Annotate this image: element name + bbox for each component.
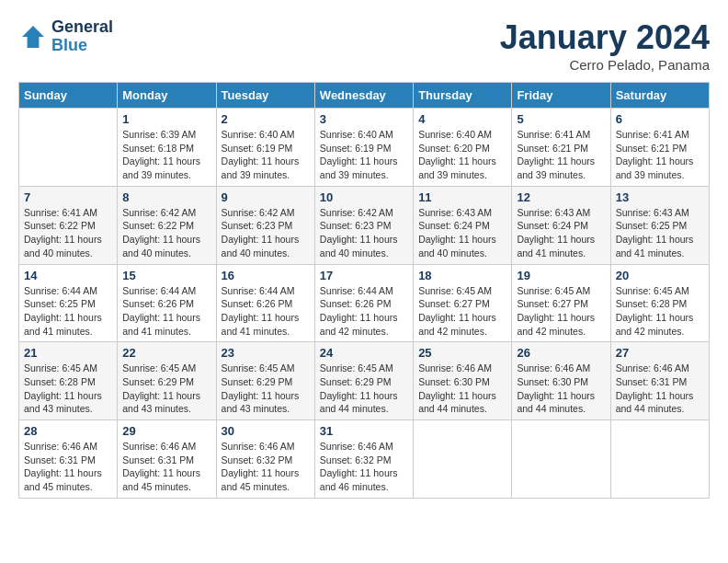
calendar-cell: 3Sunrise: 6:40 AMSunset: 6:19 PMDaylight… bbox=[314, 109, 413, 187]
day-number: 27 bbox=[616, 346, 704, 360]
header-wednesday: Wednesday bbox=[314, 83, 413, 109]
cell-info: Sunrise: 6:42 AMSunset: 6:23 PMDaylight:… bbox=[320, 206, 408, 260]
calendar-cell: 29Sunrise: 6:46 AMSunset: 6:31 PMDayligh… bbox=[118, 420, 216, 499]
calendar-cell: 22Sunrise: 6:45 AMSunset: 6:29 PMDayligh… bbox=[118, 342, 216, 420]
header-monday: Monday bbox=[118, 83, 216, 109]
cell-info: Sunrise: 6:42 AMSunset: 6:22 PMDaylight:… bbox=[122, 206, 210, 260]
logo-line1: General bbox=[51, 18, 113, 37]
location-title: Cerro Pelado, Panama bbox=[500, 57, 710, 73]
calendar-cell: 18Sunrise: 6:45 AMSunset: 6:27 PMDayligh… bbox=[414, 264, 512, 342]
logo-text: General Blue bbox=[51, 18, 113, 55]
day-number: 1 bbox=[122, 112, 210, 126]
calendar-cell bbox=[414, 420, 512, 499]
day-number: 21 bbox=[24, 346, 112, 360]
day-number: 7 bbox=[24, 190, 112, 204]
logo: General Blue bbox=[18, 18, 113, 55]
calendar-cell: 4Sunrise: 6:40 AMSunset: 6:20 PMDaylight… bbox=[414, 109, 512, 187]
cell-info: Sunrise: 6:43 AMSunset: 6:24 PMDaylight:… bbox=[517, 206, 605, 260]
day-number: 28 bbox=[24, 424, 112, 438]
calendar-cell: 13Sunrise: 6:43 AMSunset: 6:25 PMDayligh… bbox=[610, 186, 709, 264]
calendar-cell: 21Sunrise: 6:45 AMSunset: 6:28 PMDayligh… bbox=[19, 342, 118, 420]
calendar-cell bbox=[512, 420, 610, 499]
cell-info: Sunrise: 6:40 AMSunset: 6:19 PMDaylight:… bbox=[320, 128, 408, 182]
cell-info: Sunrise: 6:39 AMSunset: 6:18 PMDaylight:… bbox=[122, 128, 210, 182]
day-number: 11 bbox=[418, 190, 506, 204]
header-tuesday: Tuesday bbox=[216, 83, 314, 109]
header-thursday: Thursday bbox=[414, 83, 512, 109]
calendar-cell: 14Sunrise: 6:44 AMSunset: 6:25 PMDayligh… bbox=[19, 264, 118, 342]
logo-line2: Blue bbox=[51, 37, 113, 55]
cell-info: Sunrise: 6:44 AMSunset: 6:26 PMDaylight:… bbox=[222, 284, 310, 339]
day-number: 17 bbox=[320, 269, 408, 282]
cell-info: Sunrise: 6:41 AMSunset: 6:22 PMDaylight:… bbox=[24, 206, 112, 260]
calendar-cell: 19Sunrise: 6:45 AMSunset: 6:27 PMDayligh… bbox=[512, 264, 610, 342]
cell-info: Sunrise: 6:46 AMSunset: 6:31 PMDaylight:… bbox=[122, 440, 210, 494]
calendar-cell: 31Sunrise: 6:46 AMSunset: 6:32 PMDayligh… bbox=[314, 420, 413, 499]
calendar-cell: 1Sunrise: 6:39 AMSunset: 6:18 PMDaylight… bbox=[118, 109, 216, 187]
title-area: January 2024 Cerro Pelado, Panama bbox=[500, 18, 710, 73]
cell-info: Sunrise: 6:40 AMSunset: 6:19 PMDaylight:… bbox=[222, 128, 310, 182]
day-number: 29 bbox=[122, 424, 210, 438]
calendar-cell: 20Sunrise: 6:45 AMSunset: 6:28 PMDayligh… bbox=[610, 264, 709, 342]
calendar-cell: 24Sunrise: 6:45 AMSunset: 6:29 PMDayligh… bbox=[314, 342, 413, 420]
calendar-cell: 9Sunrise: 6:42 AMSunset: 6:23 PMDaylight… bbox=[216, 186, 314, 264]
calendar-cell: 6Sunrise: 6:41 AMSunset: 6:21 PMDaylight… bbox=[610, 109, 709, 187]
calendar-cell: 15Sunrise: 6:44 AMSunset: 6:26 PMDayligh… bbox=[118, 264, 216, 342]
day-number: 9 bbox=[222, 190, 310, 204]
calendar-week-1: 7Sunrise: 6:41 AMSunset: 6:22 PMDaylight… bbox=[19, 186, 710, 264]
day-number: 19 bbox=[517, 269, 605, 282]
day-number: 26 bbox=[517, 346, 605, 360]
calendar-week-3: 21Sunrise: 6:45 AMSunset: 6:28 PMDayligh… bbox=[19, 342, 710, 420]
month-title: January 2024 bbox=[500, 18, 710, 57]
cell-info: Sunrise: 6:45 AMSunset: 6:29 PMDaylight:… bbox=[222, 362, 310, 416]
cell-info: Sunrise: 6:43 AMSunset: 6:24 PMDaylight:… bbox=[418, 206, 506, 260]
day-number: 16 bbox=[222, 269, 310, 282]
cell-info: Sunrise: 6:45 AMSunset: 6:28 PMDaylight:… bbox=[616, 284, 704, 339]
calendar-cell: 17Sunrise: 6:44 AMSunset: 6:26 PMDayligh… bbox=[314, 264, 413, 342]
header-saturday: Saturday bbox=[610, 83, 709, 109]
header: General Blue January 2024 Cerro Pelado, … bbox=[18, 18, 710, 73]
calendar-cell: 23Sunrise: 6:45 AMSunset: 6:29 PMDayligh… bbox=[216, 342, 314, 420]
cell-info: Sunrise: 6:46 AMSunset: 6:31 PMDaylight:… bbox=[616, 362, 704, 416]
day-number: 15 bbox=[122, 269, 210, 282]
cell-info: Sunrise: 6:44 AMSunset: 6:26 PMDaylight:… bbox=[320, 284, 408, 339]
cell-info: Sunrise: 6:45 AMSunset: 6:27 PMDaylight:… bbox=[517, 284, 605, 339]
calendar-week-0: 1Sunrise: 6:39 AMSunset: 6:18 PMDaylight… bbox=[19, 109, 710, 187]
calendar-cell: 16Sunrise: 6:44 AMSunset: 6:26 PMDayligh… bbox=[216, 264, 314, 342]
calendar-cell: 11Sunrise: 6:43 AMSunset: 6:24 PMDayligh… bbox=[414, 186, 512, 264]
cell-info: Sunrise: 6:44 AMSunset: 6:26 PMDaylight:… bbox=[122, 284, 210, 339]
cell-info: Sunrise: 6:46 AMSunset: 6:30 PMDaylight:… bbox=[418, 362, 506, 416]
calendar-table: SundayMondayTuesdayWednesdayThursdayFrid… bbox=[18, 82, 710, 499]
cell-info: Sunrise: 6:46 AMSunset: 6:32 PMDaylight:… bbox=[222, 440, 310, 494]
calendar-header-row: SundayMondayTuesdayWednesdayThursdayFrid… bbox=[19, 83, 710, 109]
calendar-cell: 27Sunrise: 6:46 AMSunset: 6:31 PMDayligh… bbox=[610, 342, 709, 420]
svg-marker-0 bbox=[22, 26, 44, 48]
header-friday: Friday bbox=[512, 83, 610, 109]
calendar-cell: 7Sunrise: 6:41 AMSunset: 6:22 PMDaylight… bbox=[19, 186, 118, 264]
calendar-cell: 5Sunrise: 6:41 AMSunset: 6:21 PMDaylight… bbox=[512, 109, 610, 187]
day-number: 30 bbox=[222, 424, 310, 438]
cell-info: Sunrise: 6:40 AMSunset: 6:20 PMDaylight:… bbox=[418, 128, 506, 182]
calendar-cell: 10Sunrise: 6:42 AMSunset: 6:23 PMDayligh… bbox=[314, 186, 413, 264]
calendar-cell: 8Sunrise: 6:42 AMSunset: 6:22 PMDaylight… bbox=[118, 186, 216, 264]
day-number: 5 bbox=[517, 112, 605, 126]
day-number: 13 bbox=[616, 190, 704, 204]
cell-info: Sunrise: 6:46 AMSunset: 6:30 PMDaylight:… bbox=[517, 362, 605, 416]
cell-info: Sunrise: 6:41 AMSunset: 6:21 PMDaylight:… bbox=[616, 128, 704, 182]
cell-info: Sunrise: 6:45 AMSunset: 6:29 PMDaylight:… bbox=[320, 362, 408, 416]
cell-info: Sunrise: 6:43 AMSunset: 6:25 PMDaylight:… bbox=[616, 206, 704, 260]
calendar-week-2: 14Sunrise: 6:44 AMSunset: 6:25 PMDayligh… bbox=[19, 264, 710, 342]
day-number: 20 bbox=[616, 269, 704, 282]
cell-info: Sunrise: 6:42 AMSunset: 6:23 PMDaylight:… bbox=[222, 206, 310, 260]
calendar-cell: 30Sunrise: 6:46 AMSunset: 6:32 PMDayligh… bbox=[216, 420, 314, 499]
cell-info: Sunrise: 6:41 AMSunset: 6:21 PMDaylight:… bbox=[517, 128, 605, 182]
cell-info: Sunrise: 6:45 AMSunset: 6:29 PMDaylight:… bbox=[122, 362, 210, 416]
day-number: 23 bbox=[222, 346, 310, 360]
calendar-cell: 12Sunrise: 6:43 AMSunset: 6:24 PMDayligh… bbox=[512, 186, 610, 264]
day-number: 4 bbox=[418, 112, 506, 126]
calendar-week-4: 28Sunrise: 6:46 AMSunset: 6:31 PMDayligh… bbox=[19, 420, 710, 499]
calendar-cell: 2Sunrise: 6:40 AMSunset: 6:19 PMDaylight… bbox=[216, 109, 314, 187]
day-number: 8 bbox=[122, 190, 210, 204]
day-number: 3 bbox=[320, 112, 408, 126]
cell-info: Sunrise: 6:45 AMSunset: 6:28 PMDaylight:… bbox=[24, 362, 112, 416]
